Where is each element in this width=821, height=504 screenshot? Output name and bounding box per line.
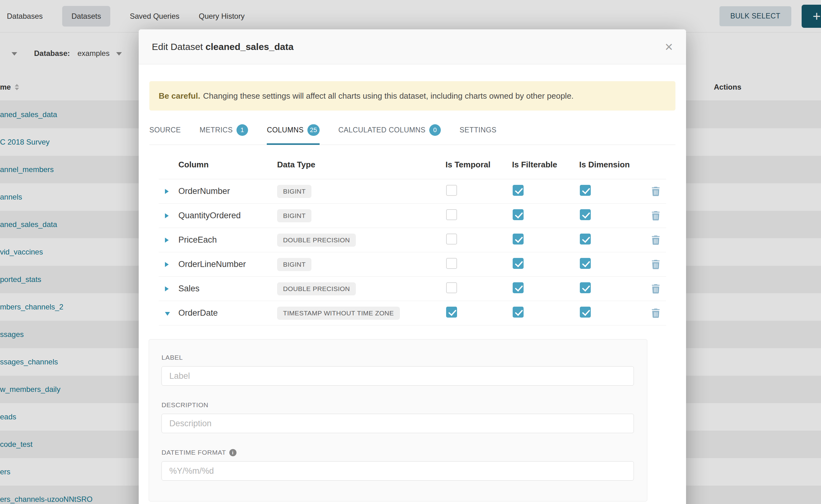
expand-caret-icon[interactable] [165, 189, 169, 194]
column-row-ordernumber: OrderNumber BIGINT [159, 179, 666, 204]
column-row-orderdate: OrderDate TIMESTAMP WITHOUT TIME ZONE [159, 301, 666, 325]
tab-label: METRICS [200, 126, 233, 134]
data-type-pill: DOUBLE PRECISION [277, 282, 356, 295]
is-filterable-checkbox[interactable] [513, 307, 524, 318]
is-temporal-checkbox[interactable] [446, 234, 457, 245]
tab-source[interactable]: SOURCE [149, 111, 181, 145]
tab-settings[interactable]: SETTINGS [460, 111, 497, 145]
expand-caret-icon[interactable] [165, 213, 169, 218]
header-column: Column [178, 160, 277, 170]
is-filterable-checkbox[interactable] [513, 258, 524, 269]
is-filterable-checkbox[interactable] [513, 234, 524, 245]
modal-title-dataset-name: cleaned_sales_data [205, 42, 294, 52]
columns-table: Column Data Type Is Temporal Is Filterab… [159, 145, 666, 325]
warning-banner: Be careful. Changing these settings will… [149, 81, 675, 111]
column-name: PriceEach [178, 235, 277, 245]
column-detail-panel: LABEL DESCRIPTION DATETIME FORMAT i [149, 339, 647, 502]
close-icon[interactable]: × [665, 40, 673, 54]
warning-text: Changing these settings will affect all … [203, 91, 574, 101]
column-name: OrderDate [178, 308, 277, 318]
info-icon[interactable]: i [229, 449, 236, 456]
label-field-label: LABEL [161, 354, 647, 361]
expand-caret-icon[interactable] [165, 238, 169, 243]
data-type-pill: BIGINT [277, 258, 311, 271]
description-field-group: DESCRIPTION [161, 401, 647, 433]
column-name: QuantityOrdered [178, 211, 277, 220]
data-type-pill: BIGINT [277, 185, 311, 198]
calculated-columns-count-badge: 0 [429, 124, 441, 136]
tab-label: COLUMNS [267, 126, 304, 134]
delete-icon[interactable] [652, 235, 660, 245]
expand-caret-icon[interactable] [165, 286, 169, 291]
column-name: OrderLineNumber [178, 259, 277, 269]
delete-icon[interactable] [652, 211, 660, 220]
tab-label: CALCULATED COLUMNS [338, 126, 426, 134]
tab-metrics[interactable]: METRICS 1 [200, 111, 248, 145]
data-type-pill: DOUBLE PRECISION [277, 234, 356, 247]
column-row-sales: Sales DOUBLE PRECISION [159, 277, 666, 301]
is-filterable-checkbox[interactable] [513, 185, 524, 196]
column-row-orderlinenumber: OrderLineNumber BIGINT [159, 252, 666, 277]
column-row-priceeach: PriceEach DOUBLE PRECISION [159, 228, 666, 252]
is-temporal-checkbox[interactable] [446, 258, 457, 269]
datetime-format-input[interactable] [161, 461, 634, 481]
column-name: OrderNumber [178, 186, 277, 196]
description-field-label: DESCRIPTION [161, 401, 647, 409]
header-is-dimension: Is Dimension [579, 160, 645, 170]
tab-columns[interactable]: COLUMNS 25 [267, 111, 319, 145]
is-filterable-checkbox[interactable] [513, 282, 524, 293]
tab-label: SETTINGS [460, 126, 497, 134]
delete-icon[interactable] [652, 187, 660, 196]
is-dimension-checkbox[interactable] [580, 234, 591, 245]
metrics-count-badge: 1 [236, 124, 248, 136]
is-dimension-checkbox[interactable] [580, 282, 591, 293]
columns-table-header: Column Data Type Is Temporal Is Filterab… [159, 145, 666, 179]
description-input[interactable] [161, 414, 634, 433]
delete-icon[interactable] [652, 260, 660, 269]
is-temporal-checkbox[interactable] [446, 185, 457, 196]
is-dimension-checkbox[interactable] [580, 307, 591, 318]
data-type-pill: TIMESTAMP WITHOUT TIME ZONE [277, 307, 400, 320]
column-name: Sales [178, 284, 277, 294]
header-is-temporal: Is Temporal [446, 160, 512, 170]
is-dimension-checkbox[interactable] [580, 209, 591, 220]
modal-title: Edit Dataset cleaned_sales_data [152, 42, 294, 52]
is-dimension-checkbox[interactable] [580, 258, 591, 269]
expand-caret-icon[interactable] [165, 262, 169, 267]
tab-calculated-columns[interactable]: CALCULATED COLUMNS 0 [338, 111, 441, 145]
label-field-group: LABEL [161, 354, 647, 386]
is-dimension-checkbox[interactable] [580, 185, 591, 196]
modal-tabs: SOURCE METRICS 1 COLUMNS 25 CALCULATED C… [149, 111, 675, 145]
columns-count-badge: 25 [307, 124, 319, 136]
column-row-quantityordered: QuantityOrdered BIGINT [159, 204, 666, 228]
is-temporal-checkbox[interactable] [446, 307, 457, 318]
data-type-pill: BIGINT [277, 209, 311, 222]
modal-header: Edit Dataset cleaned_sales_data × [139, 29, 686, 64]
datetime-format-field-group: DATETIME FORMAT i [161, 449, 647, 481]
delete-icon[interactable] [652, 309, 660, 318]
warning-bold-text: Be careful. [159, 91, 200, 101]
delete-icon[interactable] [652, 284, 660, 294]
label-input[interactable] [161, 366, 634, 386]
header-data-type: Data Type [277, 160, 446, 170]
edit-dataset-modal: Edit Dataset cleaned_sales_data × Be car… [139, 29, 686, 504]
header-is-filterable: Is Filterable [512, 160, 579, 170]
datetime-format-field-label: DATETIME FORMAT i [161, 449, 647, 456]
is-temporal-checkbox[interactable] [446, 282, 457, 293]
tab-label: SOURCE [149, 126, 181, 134]
modal-title-prefix: Edit Dataset [152, 42, 203, 52]
collapse-caret-icon[interactable] [165, 312, 170, 316]
is-temporal-checkbox[interactable] [446, 209, 457, 220]
is-filterable-checkbox[interactable] [513, 209, 524, 220]
